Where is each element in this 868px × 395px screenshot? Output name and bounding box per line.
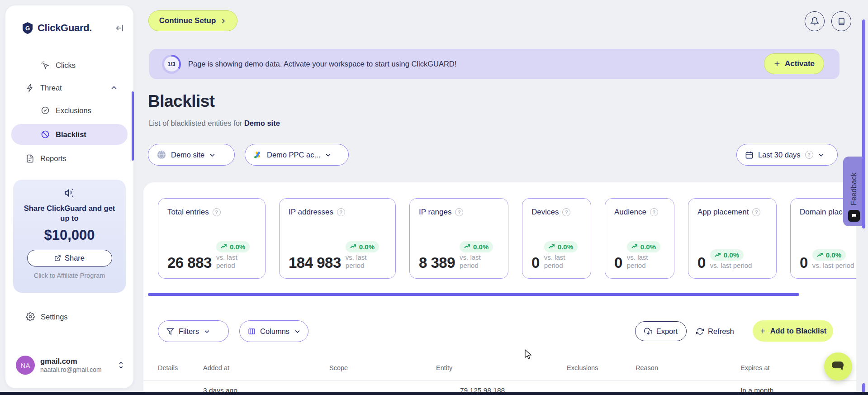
sidebar-item-label: Clicks xyxy=(56,61,76,70)
gear-icon xyxy=(26,312,35,321)
refresh-label: Refresh xyxy=(708,327,734,336)
sidebar-item-clicks[interactable]: Clicks xyxy=(11,56,128,74)
stat-note: vs. last period xyxy=(216,253,247,271)
continue-setup-button[interactable]: Continue Setup xyxy=(148,10,237,31)
stat-value: 0 xyxy=(531,255,540,270)
page-scrollbar-thumb[interactable] xyxy=(862,19,865,228)
chevron-up-icon[interactable] xyxy=(110,84,118,91)
chevron-down-icon xyxy=(294,328,301,335)
bell-icon xyxy=(810,17,819,26)
sidebar-item-exclusions[interactable]: Exclusions xyxy=(11,101,128,119)
table-header-added-at: Added at xyxy=(203,364,229,371)
stat-value: 184 983 xyxy=(289,255,341,270)
docs-button[interactable] xyxy=(831,11,851,31)
file-text-icon xyxy=(26,154,34,163)
stat-value: 0 xyxy=(697,255,706,270)
site-selector[interactable]: Demo site xyxy=(148,144,235,166)
sidebar-item-settings[interactable]: Settings xyxy=(26,312,68,321)
help-icon[interactable]: ? xyxy=(650,208,658,216)
help-icon[interactable]: ? xyxy=(455,208,463,216)
columns-button[interactable]: Columns xyxy=(239,320,308,342)
chevron-down-icon xyxy=(325,152,332,158)
activate-button[interactable]: Activate xyxy=(764,53,824,74)
export-button[interactable]: Export xyxy=(635,321,687,341)
refresh-icon xyxy=(696,328,704,335)
stat-card-app-placement: App placement? 0 0.0% vs. last period xyxy=(688,198,777,279)
filters-button[interactable]: Filters xyxy=(158,320,229,342)
filters-label: Filters xyxy=(179,327,199,336)
stat-card-ip-ranges: IP ranges? 8 389 0.0% vs. last period xyxy=(409,198,508,279)
plus-icon xyxy=(773,60,781,67)
badge-check-icon xyxy=(41,106,50,115)
stat-card-ip-addresses: IP addresses? 184 983 0.0% vs. last peri… xyxy=(279,198,396,279)
cards-horizontal-scrollbar[interactable] xyxy=(148,293,799,296)
columns-icon xyxy=(248,328,256,335)
chevron-down-icon xyxy=(818,152,825,158)
trend-value: 0.0% xyxy=(724,251,739,259)
promo-footnote: Click to Affiliate Program xyxy=(13,272,126,279)
table-header-divider xyxy=(143,380,856,381)
page-subtitle-site: Demo site xyxy=(244,119,280,127)
notifications-button[interactable] xyxy=(805,11,825,31)
user-menu[interactable]: NA gmail.com naatali.ro@gmail.com xyxy=(16,356,124,375)
date-range-selector[interactable]: Last 30 days ? xyxy=(736,144,838,166)
table-header-scope: Scope xyxy=(329,364,348,371)
page-subtitle: List of blacklisted entities for Demo si… xyxy=(149,119,280,128)
share-button[interactable]: Share xyxy=(27,250,112,267)
share-button-label: Share xyxy=(65,254,85,262)
help-icon[interactable]: ? xyxy=(752,208,760,216)
help-icon[interactable]: ? xyxy=(805,151,813,159)
refresh-button[interactable]: Refresh xyxy=(696,321,734,341)
trend-value: 0.0% xyxy=(359,243,375,251)
lightning-icon xyxy=(26,84,34,92)
svg-text:G: G xyxy=(25,25,30,32)
stat-cards-row: Total entries? 26 883 0.0% vs. last peri… xyxy=(158,198,856,279)
user-email: naatali.ro@gmail.com xyxy=(40,366,102,373)
trend-up-icon xyxy=(464,244,470,249)
banner-message: Page is showing demo data. Activate your… xyxy=(188,60,456,68)
help-icon[interactable]: ? xyxy=(562,208,570,216)
trend-value: 0.0% xyxy=(558,243,573,251)
stat-card-devices: Devices? 0 0.0% vs. last period xyxy=(522,198,591,279)
chevron-down-icon xyxy=(204,328,210,335)
page-title: Blacklist xyxy=(148,92,215,111)
external-link-icon xyxy=(54,255,61,262)
sidebar-nav: Clicks Threat Exclusions xyxy=(5,56,133,172)
bottom-edge-strip xyxy=(0,392,868,395)
stat-label: App placement xyxy=(697,208,749,217)
page-scrollbar-thumb-lower[interactable] xyxy=(862,383,865,393)
workspace-name: gmail.com xyxy=(40,357,102,366)
collapse-sidebar-button[interactable] xyxy=(115,24,124,33)
sidebar-item-label: Exclusions xyxy=(56,106,91,115)
add-to-blacklist-button[interactable]: Add to Blacklist xyxy=(753,320,833,342)
sidebar-scrollbar[interactable] xyxy=(132,91,134,161)
sidebar-item-blacklist[interactable]: Blacklist xyxy=(11,124,128,145)
sidebar-item-reports[interactable]: Reports xyxy=(11,149,128,167)
ban-icon xyxy=(41,130,50,139)
date-range-value: Last 30 days xyxy=(758,151,801,159)
help-icon[interactable]: ? xyxy=(337,208,345,216)
chevron-down-icon xyxy=(209,152,216,158)
trend-value: 0.0% xyxy=(826,251,841,259)
help-icon[interactable]: ? xyxy=(213,208,221,216)
site-selector-value: Demo site xyxy=(171,151,204,159)
ppc-account-selector[interactable]: Demo PPC ac... xyxy=(245,144,349,166)
trend-up-icon xyxy=(350,244,356,249)
table-header-details: Details xyxy=(158,364,178,371)
stat-card-audience: Audience? 0 0.0% vs. last period xyxy=(605,198,674,279)
funnel-icon xyxy=(166,328,174,335)
trend-up-icon xyxy=(817,253,823,257)
sidebar-item-threat[interactable]: Threat xyxy=(11,79,128,97)
megaphone-icon xyxy=(64,187,76,199)
stat-note: vs. last period xyxy=(627,253,658,271)
chat-launcher[interactable] xyxy=(824,352,852,381)
sidebar: G ClickGuard. Clicks Threat xyxy=(5,5,133,388)
ppc-account-value: Demo PPC ac... xyxy=(267,151,320,159)
brand-shield-icon: G xyxy=(22,22,33,34)
feedback-tab[interactable]: Feedback xyxy=(843,157,865,226)
trend-up-icon xyxy=(715,253,721,257)
table-header-reason: Reason xyxy=(636,364,658,371)
affiliate-promo-card: Share ClickGuard and get up to $10,000 S… xyxy=(13,180,126,293)
stat-note: vs. last period xyxy=(812,262,854,270)
feedback-widget-icon xyxy=(848,210,860,222)
